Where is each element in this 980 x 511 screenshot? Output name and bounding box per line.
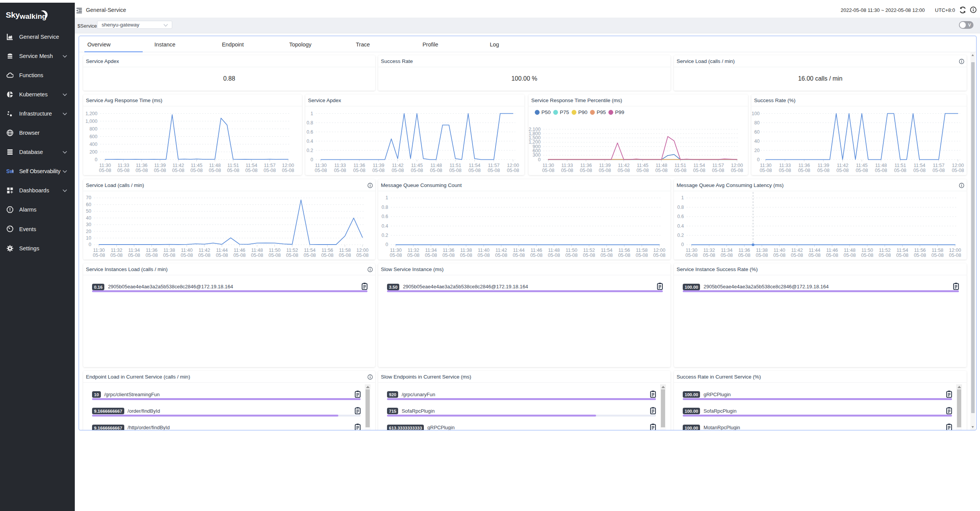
- svg-text:11:48: 11:48: [251, 248, 263, 253]
- svg-text:11:44: 11:44: [809, 248, 820, 253]
- svg-text:05-08: 05-08: [875, 168, 887, 173]
- svg-text:600: 600: [89, 134, 97, 139]
- svg-text:11:33: 11:33: [561, 163, 573, 168]
- svg-text:11:54: 11:54: [304, 248, 315, 253]
- svg-text:05-08: 05-08: [913, 168, 926, 173]
- svg-text:05-08: 05-08: [315, 168, 327, 173]
- svg-text:05-08: 05-08: [356, 253, 369, 258]
- svg-text:05-08: 05-08: [949, 253, 961, 258]
- svg-text:1: 1: [311, 111, 313, 116]
- svg-text:05-08: 05-08: [826, 253, 838, 258]
- svg-text:11:54: 11:54: [914, 163, 925, 168]
- svg-text:05-08: 05-08: [181, 253, 193, 258]
- svg-text:20: 20: [754, 148, 760, 153]
- svg-text:05-08: 05-08: [653, 253, 665, 258]
- svg-text:11:34: 11:34: [425, 248, 436, 253]
- svg-text:11:57: 11:57: [712, 163, 724, 168]
- svg-text:800: 800: [89, 126, 97, 132]
- svg-text:11:38: 11:38: [460, 248, 472, 253]
- svg-text:11:48: 11:48: [209, 163, 221, 168]
- svg-text:05-08: 05-08: [227, 168, 239, 173]
- svg-text:05-08: 05-08: [756, 253, 768, 258]
- svg-text:80: 80: [754, 120, 760, 126]
- svg-text:P90: P90: [578, 109, 588, 115]
- svg-text:05-08: 05-08: [117, 168, 130, 173]
- svg-text:11:42: 11:42: [791, 248, 803, 253]
- svg-text:11:36: 11:36: [136, 163, 147, 168]
- svg-text:11:30: 11:30: [93, 248, 105, 253]
- svg-text:11:40: 11:40: [181, 248, 193, 253]
- svg-text:0: 0: [95, 157, 97, 162]
- svg-text:11:45: 11:45: [411, 163, 423, 168]
- svg-text:0.4: 0.4: [382, 223, 388, 228]
- svg-text:05-08: 05-08: [468, 168, 481, 173]
- svg-text:11:30: 11:30: [99, 163, 111, 168]
- svg-text:0: 0: [89, 242, 91, 247]
- svg-text:05-08: 05-08: [488, 168, 500, 173]
- svg-text:12:00: 12:00: [731, 163, 743, 168]
- svg-text:05-08: 05-08: [286, 253, 298, 258]
- svg-text:05-08: 05-08: [145, 253, 158, 258]
- svg-text:05-08: 05-08: [693, 168, 705, 173]
- svg-text:05-08: 05-08: [495, 253, 507, 258]
- svg-text:05-08: 05-08: [580, 168, 592, 173]
- svg-text:05-08: 05-08: [251, 253, 263, 258]
- svg-text:11:56: 11:56: [914, 248, 926, 253]
- svg-text:05-08: 05-08: [407, 253, 420, 258]
- svg-text:11:46: 11:46: [530, 248, 542, 253]
- svg-text:P50: P50: [542, 109, 551, 115]
- svg-text:05-08: 05-08: [191, 168, 203, 173]
- svg-text:12:00: 12:00: [653, 248, 665, 253]
- svg-text:11:36: 11:36: [580, 163, 592, 168]
- svg-text:0.2: 0.2: [677, 233, 684, 238]
- svg-text:05-08: 05-08: [636, 253, 648, 258]
- svg-text:05-08: 05-08: [353, 168, 366, 173]
- svg-text:05-08: 05-08: [914, 253, 926, 258]
- svg-text:11:36: 11:36: [354, 163, 365, 168]
- svg-text:11:40: 11:40: [478, 248, 489, 253]
- svg-text:0.6: 0.6: [306, 129, 313, 135]
- svg-text:11:30: 11:30: [315, 163, 326, 168]
- svg-text:05-08: 05-08: [952, 168, 964, 173]
- svg-text:12:00: 12:00: [949, 248, 961, 253]
- svg-text:05-08: 05-08: [478, 253, 490, 258]
- svg-text:05-08: 05-08: [731, 168, 743, 173]
- svg-text:11:57: 11:57: [488, 163, 499, 168]
- svg-text:11:32: 11:32: [703, 248, 715, 253]
- svg-text:05-08: 05-08: [390, 253, 402, 258]
- svg-text:11:46: 11:46: [234, 248, 245, 253]
- svg-text:11:50: 11:50: [269, 248, 280, 253]
- svg-text:11:39: 11:39: [599, 163, 611, 168]
- svg-text:0.6: 0.6: [382, 214, 388, 219]
- svg-text:11:58: 11:58: [932, 248, 943, 253]
- svg-text:11:30: 11:30: [542, 163, 554, 168]
- svg-text:11:46: 11:46: [826, 248, 838, 253]
- svg-text:05-08: 05-08: [618, 168, 630, 173]
- svg-text:11:54: 11:54: [601, 248, 612, 253]
- svg-text:05-08: 05-08: [738, 253, 750, 258]
- svg-text:11:52: 11:52: [287, 248, 298, 253]
- svg-text:05-08: 05-08: [425, 253, 437, 258]
- svg-text:11:51: 11:51: [450, 163, 461, 168]
- svg-text:05-08: 05-08: [245, 168, 258, 173]
- svg-text:P95: P95: [597, 109, 606, 115]
- svg-text:0.8: 0.8: [306, 120, 313, 126]
- svg-text:11:57: 11:57: [264, 163, 275, 168]
- svg-text:05-08: 05-08: [809, 253, 821, 258]
- svg-text:11:56: 11:56: [321, 248, 333, 253]
- svg-text:11:39: 11:39: [373, 163, 384, 168]
- svg-text:11:36: 11:36: [738, 248, 750, 253]
- svg-text:11:32: 11:32: [111, 248, 122, 253]
- svg-text:11:39: 11:39: [154, 163, 166, 168]
- svg-text:05-08: 05-08: [542, 168, 554, 173]
- svg-text:05-08: 05-08: [759, 168, 772, 173]
- svg-text:11:33: 11:33: [118, 163, 129, 168]
- svg-text:11:51: 11:51: [675, 163, 686, 168]
- svg-text:11:30: 11:30: [760, 163, 771, 168]
- svg-text:05-08: 05-08: [233, 253, 245, 258]
- svg-text:05-08: 05-08: [442, 253, 455, 258]
- svg-text:11:50: 11:50: [566, 248, 577, 253]
- svg-text:05-08: 05-08: [334, 168, 346, 173]
- svg-text:05-08: 05-08: [674, 168, 687, 173]
- svg-text:11:34: 11:34: [721, 248, 732, 253]
